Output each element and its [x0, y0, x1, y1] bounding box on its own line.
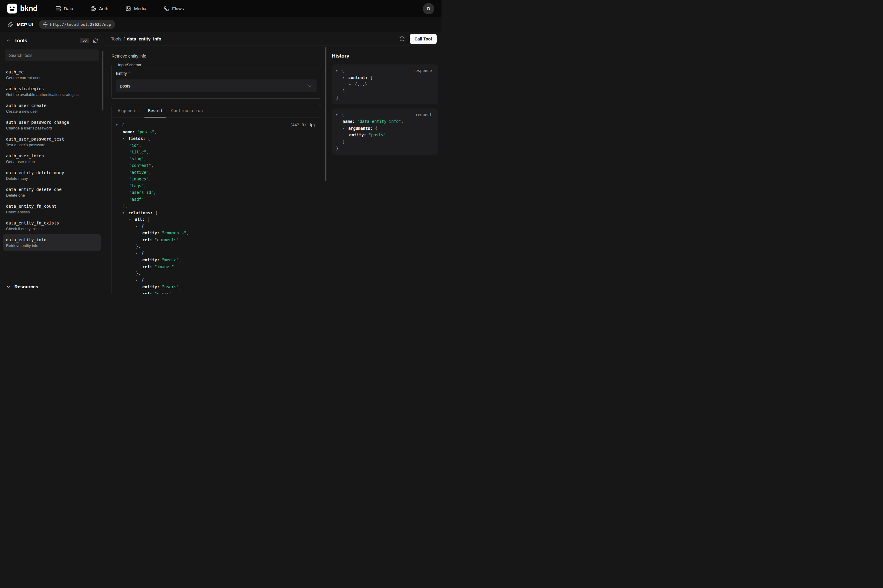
- search-input[interactable]: [5, 50, 99, 61]
- json-line: entity: "posts": [336, 132, 434, 138]
- json-token: }: [136, 270, 138, 277]
- content-scrollbar[interactable]: [324, 46, 328, 294]
- result-json-tree: ▼{(442 B)name: "posts",▼fields: ["id","t…: [112, 117, 321, 294]
- tab-result[interactable]: Result: [144, 104, 166, 117]
- tool-list-item[interactable]: auth_meGet the current user: [3, 66, 101, 83]
- tool-list-item[interactable]: auth_user_tokenGet a user token: [3, 150, 101, 167]
- json-token: entity:: [349, 132, 366, 138]
- scrollbar-thumb[interactable]: [325, 47, 327, 182]
- json-line: entity: "users",: [116, 284, 316, 290]
- json-token: "slug": [129, 156, 144, 162]
- history-panel: History ▼{response▼content: [▶{...}]}▼{r…: [328, 46, 442, 294]
- brand[interactable]: bknd: [7, 4, 37, 14]
- resources-section-toggle[interactable]: Resources: [0, 279, 104, 294]
- tools-header: Tools 50: [0, 32, 104, 49]
- json-token: "posts": [137, 129, 154, 135]
- tool-list-item[interactable]: auth_user_createCreate a new user: [3, 100, 101, 117]
- entity-select[interactable]: posts: [116, 80, 316, 92]
- tool-list-item[interactable]: data_entity_infoRetrieve entity info: [3, 234, 101, 251]
- history-button[interactable]: [399, 36, 405, 42]
- entity-select-value: posts: [120, 84, 130, 88]
- json-token: "tags": [129, 183, 144, 189]
- tool-list-item[interactable]: auth_user_password_testTest a user's pas…: [3, 134, 101, 150]
- json-token: name:: [343, 118, 355, 125]
- nav-item-flows[interactable]: Flows: [163, 6, 184, 11]
- json-token: "users_id": [129, 189, 153, 196]
- json-token: "content": [129, 162, 151, 169]
- expanded-arrow-icon[interactable]: ▼: [136, 223, 141, 230]
- tool-name: data_entity_info: [6, 237, 98, 242]
- database-icon: [55, 6, 61, 11]
- expanded-arrow-icon[interactable]: ▼: [343, 74, 348, 81]
- tools-sidebar: Tools 50 auth_meGet the current userauth…: [0, 32, 104, 294]
- top-navigation: bknd Data Auth Media Flows D: [0, 0, 442, 17]
- json-token: "active": [129, 169, 148, 176]
- json-line: "title",: [116, 148, 316, 156]
- json-token: "images": [129, 176, 148, 183]
- expanded-arrow-icon[interactable]: ▼: [129, 216, 135, 223]
- json-meta-label: (442 B): [290, 122, 306, 129]
- expanded-arrow-icon[interactable]: ▼: [136, 277, 141, 284]
- expanded-arrow-icon[interactable]: ▼: [123, 135, 128, 142]
- nav-item-data[interactable]: Data: [55, 6, 73, 11]
- breadcrumb-root[interactable]: Tools: [111, 36, 121, 41]
- tools-section-title: Tools: [14, 38, 27, 44]
- image-icon: [126, 6, 131, 11]
- refresh-tools-button[interactable]: [93, 38, 98, 43]
- call-tool-button[interactable]: Call Tool: [410, 34, 437, 44]
- nav-item-auth[interactable]: Auth: [90, 6, 108, 11]
- json-token: ,: [138, 270, 141, 277]
- mcp-url-pill[interactable]: http://localhost:28623/mcp: [39, 20, 115, 29]
- result-tabs: Arguments Result Configuration: [112, 104, 321, 117]
- json-line: ],: [116, 202, 316, 210]
- collapsed-arrow-icon[interactable]: ▶: [349, 81, 355, 88]
- expanded-arrow-icon[interactable]: ▼: [136, 250, 141, 257]
- json-token: "images": [154, 263, 174, 270]
- user-avatar[interactable]: D: [423, 3, 434, 14]
- json-line: ▼{(442 B): [116, 122, 316, 129]
- json-token: ,: [401, 118, 403, 125]
- json-meta-label: request: [415, 111, 432, 118]
- json-line: }: [336, 94, 434, 101]
- json-token: [: [147, 216, 150, 223]
- expanded-arrow-icon[interactable]: ▼: [116, 122, 122, 129]
- json-token: "comments": [162, 230, 186, 237]
- tab-arguments[interactable]: Arguments: [114, 104, 143, 117]
- expanded-arrow-icon[interactable]: ▼: [336, 111, 342, 118]
- tool-list-item[interactable]: auth_strategiesGet the available authent…: [3, 83, 101, 100]
- history-card-request[interactable]: ▼{requestname: "data_entity_info",▼argum…: [332, 108, 438, 155]
- input-schema-legend: InputSchema: [117, 63, 143, 67]
- tool-list-item[interactable]: data_entity_delete_oneDelete one: [3, 184, 101, 201]
- sidebar-scrollbar[interactable]: [102, 51, 103, 111]
- json-token: ,: [148, 169, 151, 176]
- json-line: "content",: [116, 162, 316, 169]
- expanded-arrow-icon[interactable]: ▼: [123, 210, 128, 216]
- json-line: entity: "media",: [116, 256, 316, 263]
- main-area: Tools / data_entity_info Call Tool Retri…: [104, 32, 442, 294]
- tool-description: Retrieve entity info: [111, 54, 321, 58]
- copy-icon[interactable]: [310, 123, 315, 128]
- json-token: {...}: [355, 81, 367, 88]
- tool-list-item[interactable]: data_entity_fn_countCount entities: [3, 201, 101, 218]
- tool-list-item[interactable]: data_entity_fn_existsCheck if entity exi…: [3, 218, 101, 234]
- json-token: arguments:: [348, 125, 373, 132]
- tool-list-item[interactable]: auth_user_password_changeChange a user's…: [3, 117, 101, 134]
- history-card-response[interactable]: ▼{response▼content: [▶{...}]}: [332, 64, 438, 104]
- collapse-tools-button[interactable]: [6, 38, 11, 43]
- expanded-arrow-icon[interactable]: ▼: [336, 68, 342, 74]
- json-line: ▼{request: [336, 111, 434, 118]
- nav-item-label: Auth: [99, 6, 108, 11]
- json-meta-label: response: [413, 68, 432, 74]
- json-line: }: [336, 145, 434, 152]
- nav-item-media[interactable]: Media: [126, 6, 146, 11]
- tool-description: Get the available authentication strateg…: [6, 92, 98, 97]
- tool-list-item[interactable]: data_entity_delete_manyDelete many: [3, 167, 101, 184]
- tool-name: auth_user_create: [6, 103, 98, 108]
- json-token: ,: [138, 243, 141, 250]
- json-token: }: [343, 138, 345, 146]
- expanded-arrow-icon[interactable]: ▼: [343, 125, 348, 132]
- tab-configuration[interactable]: Configuration: [168, 104, 207, 117]
- json-token: "users": [162, 284, 179, 290]
- json-line: "images",: [116, 176, 316, 183]
- json-line: ]: [336, 88, 434, 95]
